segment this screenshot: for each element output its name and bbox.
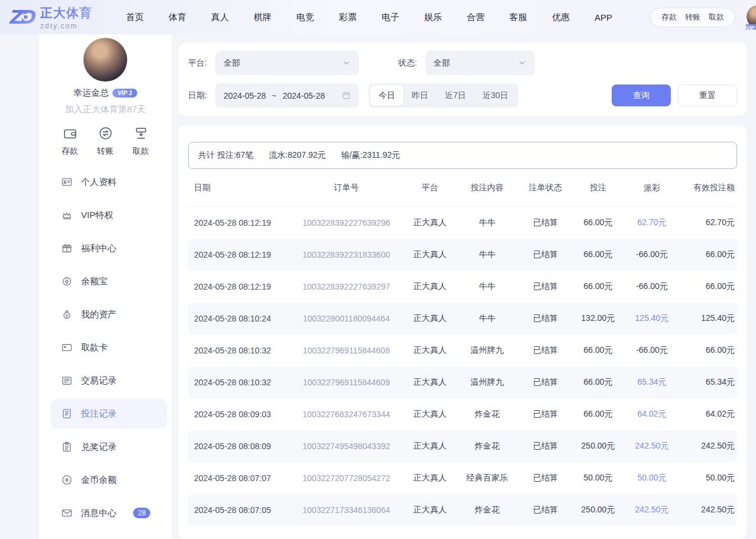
header-vip-badge: VIP 3 <box>746 24 756 30</box>
quick-date-3[interactable]: 近30日 <box>474 85 517 106</box>
filter-row-2: 日期: 2024-05-28 ~ 2024-05-28 今日昨日近7日近30日 … <box>188 83 737 108</box>
cell-bet-content: 炸金花 <box>456 441 518 452</box>
cell-bet-amount: 250.00元 <box>573 441 623 452</box>
cell-date: 2024-05-28 08:10:32 <box>188 378 289 387</box>
wallet-pill-deposit[interactable]: 存款 <box>661 12 677 22</box>
sidebar-item-personal-info[interactable]: 个人资料 <box>51 167 167 197</box>
cell-order-number: 1003228392231833600 <box>289 250 404 259</box>
nav-app[interactable]: APP <box>595 12 612 22</box>
reset-button[interactable]: 重置 <box>678 85 737 106</box>
nav-lottery[interactable]: 彩票 <box>339 12 357 23</box>
summary-segment-0: 共计 投注:67笔 <box>198 150 253 161</box>
cell-bet-content: 温州牌九 <box>456 345 518 356</box>
nav-promo[interactable]: 优惠 <box>552 12 570 23</box>
profile-name-row: 幸运金总 VIP 3 <box>39 87 172 99</box>
cell-bet-amount: 66.00元 <box>573 409 623 420</box>
nav-slots[interactable]: 电子 <box>382 12 399 23</box>
cell-order-number: 1003228392227639297 <box>289 282 404 291</box>
sidebar-item-prize-records[interactable]: 兑奖记录 <box>51 432 167 462</box>
cell-status: 已结算 <box>518 473 573 483</box>
quick-action-transfer[interactable]: 转账 <box>97 126 114 157</box>
sidebar-item-label: 福利中心 <box>81 243 117 254</box>
summary-segment-2: 输/赢:2311.92元 <box>341 150 400 161</box>
nav-home[interactable]: 首页 <box>126 12 144 23</box>
brand-logo-icon: ZD <box>8 5 35 30</box>
sidebar-item-label: 取款卡 <box>81 342 108 353</box>
card-icon <box>61 342 73 353</box>
cell-order-number: 1003227207728054272 <box>289 473 404 483</box>
cell-date: 2024-05-28 08:12:19 <box>188 282 289 291</box>
cell-valid-amount: 62.70元 <box>680 217 737 228</box>
cell-platform: 正大真人 <box>404 505 456 515</box>
cell-payout: 65.34元 <box>623 377 680 388</box>
wallet-pill-withdraw[interactable]: 取款 <box>709 12 724 22</box>
nav-service[interactable]: 客服 <box>509 12 527 23</box>
search-button[interactable]: 查询 <box>612 85 671 106</box>
sidebar-item-feedback[interactable]: 意见反馈 <box>51 531 167 539</box>
mail-icon <box>61 507 73 519</box>
cell-order-number: 1003228392227639296 <box>289 218 404 228</box>
nav-sports[interactable]: 体育 <box>169 12 186 23</box>
cell-bet-content: 牛牛 <box>456 313 518 324</box>
table-row: 2024-05-28 08:07:051003227173346136064正大… <box>188 494 737 526</box>
brand-domain: zdty.com <box>40 22 92 30</box>
nav-board[interactable]: 棋牌 <box>254 12 272 23</box>
sidebar-item-coin-balance[interactable]: 金币余额 <box>51 465 167 495</box>
cell-payout: -66.00元 <box>623 249 680 260</box>
cell-payout: 64.02元 <box>623 409 680 420</box>
sidebar-item-welfare-center[interactable]: 福利中心 <box>51 233 167 263</box>
sidebar-item-transaction-records[interactable]: 交易记录 <box>51 366 167 395</box>
quick-action-deposit[interactable]: 存款 <box>62 126 78 157</box>
table-row: 2024-05-28 08:10:241003228001180094464正大… <box>188 303 737 335</box>
date-range-input[interactable]: 2024-05-28 ~ 2024-05-28 <box>215 83 359 108</box>
sidebar-item-my-assets[interactable]: 我的资产 <box>51 300 167 329</box>
quick-date-1[interactable]: 昨日 <box>403 85 437 106</box>
sidebar-item-vip-privilege[interactable]: VIP特权 <box>51 200 167 230</box>
date-label: 日期: <box>188 90 207 101</box>
sidebar-item-withdraw-card[interactable]: 取款卡 <box>51 333 167 362</box>
cell-bet-amount: 66.00元 <box>573 345 623 356</box>
cell-payout: 242.50元 <box>623 441 680 452</box>
cell-bet-amount: 66.00元 <box>573 249 623 260</box>
platform-select[interactable]: 全部 <box>215 51 359 75</box>
wallet-pill: 存款转账取款 <box>650 8 735 27</box>
user-block[interactable]: VIP 3 幸运金总总资 永久域名: zdty.co <box>746 5 756 30</box>
nav-joint[interactable]: 合营 <box>467 12 484 23</box>
unread-count-badge: 28 <box>133 508 150 518</box>
cell-bet-amount: 66.00元 <box>573 217 623 228</box>
nav-entertainment[interactable]: 娱乐 <box>424 12 442 23</box>
sidebar-item-bet-records[interactable]: 投注记录 <box>51 399 167 428</box>
wallet-pill-transfer[interactable]: 转账 <box>685 12 700 22</box>
cell-status: 已结算 <box>518 249 573 260</box>
cell-bet-content: 经典百家乐 <box>456 473 518 483</box>
cell-bet-content: 牛牛 <box>456 217 518 228</box>
quick-date-2[interactable]: 近7日 <box>437 85 474 106</box>
status-label: 状态: <box>398 58 417 69</box>
column-header: 投注 <box>573 183 623 193</box>
nav-live[interactable]: 真人 <box>211 12 229 23</box>
cell-platform: 正大真人 <box>404 313 456 324</box>
quick-date-0[interactable]: 今日 <box>370 85 403 106</box>
table-row: 2024-05-28 08:08:091003227495498043392正大… <box>188 430 737 462</box>
cell-valid-amount: 66.00元 <box>680 345 737 356</box>
sidebar: 幸运金总 VIP 3 加入正大体育第87天 存款转账取款 个人资料VIP特权福利… <box>39 34 172 539</box>
cell-date: 2024-05-28 08:10:24 <box>188 314 289 323</box>
cell-platform: 正大真人 <box>404 217 456 228</box>
cell-status: 已结算 <box>518 377 573 388</box>
records-panel: 共计 投注:67笔流水:8207.92元输/赢:2311.92元 日期订单号平台… <box>179 125 747 539</box>
sidebar-item-yuebao[interactable]: 余额宝 <box>51 267 167 296</box>
cell-status: 已结算 <box>518 505 573 515</box>
quick-action-withdraw[interactable]: 取款 <box>133 126 149 157</box>
brand-logo[interactable]: ZD 正大体育 zdty.com <box>8 5 112 30</box>
sidebar-item-label: 投注记录 <box>81 408 117 420</box>
date-tilde: ~ <box>272 91 277 100</box>
status-select[interactable]: 全部 <box>425 51 535 75</box>
cell-valid-amount: 66.00元 <box>680 249 737 260</box>
cell-order-number: 1003227495498043392 <box>289 441 404 451</box>
quick-actions: 存款转账取款 <box>39 126 172 157</box>
sidebar-item-message-center[interactable]: 消息中心28 <box>51 498 167 528</box>
coin-icon <box>61 474 73 486</box>
cell-order-number: 1003227173346136064 <box>289 505 404 515</box>
nav-esports[interactable]: 电竞 <box>296 12 314 23</box>
cell-payout: -66.00元 <box>623 281 680 292</box>
